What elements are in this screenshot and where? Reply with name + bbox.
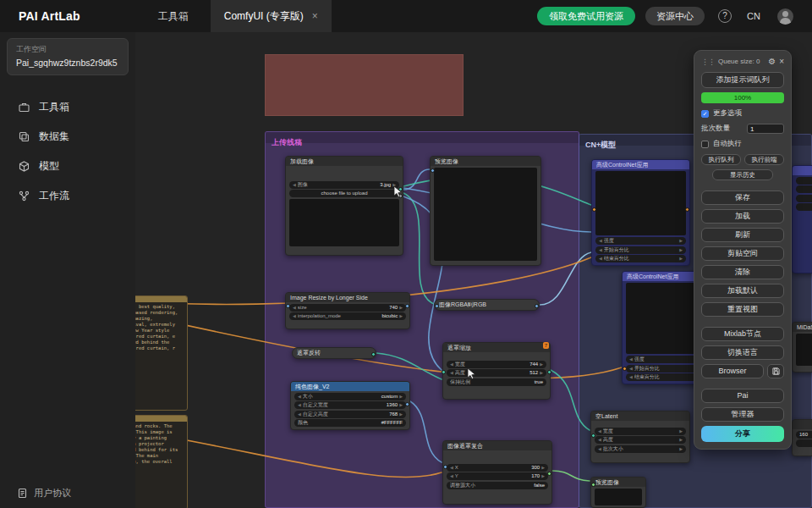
sidebar-item-workflow[interactable]: 工作流 [0, 181, 135, 211]
node-preview-image[interactable]: 预览图像 [430, 156, 541, 266]
node-socket[interactable] [535, 304, 539, 308]
node-mask-invert[interactable]: 遮罩反转 [292, 347, 376, 359]
floppy-icon [772, 367, 780, 375]
color-widget[interactable]: 颜色 #FFFFFF [294, 419, 406, 427]
size-widget[interactable]: ◀ size 740 ▶ [289, 304, 406, 312]
x-widget[interactable]: ◀ X 300 ▶ [447, 464, 548, 472]
node-socket[interactable] [405, 402, 409, 406]
prompt-text[interactable]: s, best quality, -based rendering, amazi… [135, 302, 187, 353]
sidebar-item-toolbox[interactable]: 工具箱 [0, 92, 135, 122]
node-socket[interactable] [435, 304, 439, 308]
drag-handle-icon[interactable]: ⋮⋮ [701, 58, 715, 66]
node-sliver-numeric[interactable]: 160 [792, 419, 812, 456]
sidebar-item-user-agreement[interactable]: 用户协议 [17, 487, 71, 500]
node-rgba-to-rgb[interactable]: 图像RGBA到RGB [434, 299, 540, 311]
node-image-composite[interactable]: 图像遮罩复合 ◀ X 300 ▶ ◀ Y 170 ▶ 调整源大小 false [442, 440, 552, 505]
load-button[interactable]: 加载 [701, 209, 784, 224]
reset-view-button[interactable]: 重置视图 [701, 302, 784, 317]
keep-ratio-toggle[interactable]: 保持比例 true [447, 378, 546, 386]
node-load-image[interactable]: 加载图像 ◀ 图像 3.jpg ▶ choose file to upload [285, 156, 403, 256]
widget-row[interactable] [796, 195, 812, 202]
height-widget[interactable]: ◀ 高度 512 ▶ [447, 369, 546, 377]
node-image-resize[interactable]: Image Resize by Longer Side ◀ size 740 ▶… [285, 292, 410, 329]
clipspace-button[interactable]: 剪贴空间 [701, 246, 784, 261]
node-solid-color[interactable]: 纯色图像_V2 ◀ 大小 custom ▶ ◀ 自定义宽度 1360 ▶ ◀ 自… [290, 381, 410, 430]
auto-queue-checkbox[interactable] [701, 141, 709, 148]
strength-widget[interactable]: ◀ 强度 ▶ [595, 237, 686, 245]
share-button[interactable]: 分享 [701, 426, 784, 442]
queue-front-alt-button[interactable]: 执行前端 [744, 154, 784, 165]
manager-button[interactable]: 管理器 [701, 407, 784, 422]
upload-button[interactable]: choose file to upload [289, 190, 399, 197]
custom-width-widget[interactable]: ◀ 自定义宽度 1360 ▶ [294, 401, 406, 409]
sidebar-item-model[interactable]: 模型 [0, 152, 135, 181]
mixlab-nodes-button[interactable]: Mixlab节点 [701, 327, 784, 341]
node-socket[interactable] [623, 367, 627, 371]
node-socket[interactable] [431, 168, 435, 173]
node-controlnet-apply-1[interactable]: 高级ControlNet应用 ◀ 强度 ▶ ◀ 开始百分比 ▶ ◀ 结束百分比 … [591, 159, 690, 266]
prompt-node-description[interactable]: ,and rocks. The . This image is ly a pai… [135, 415, 188, 508]
image-preview-block[interactable] [265, 54, 464, 116]
custom-height-widget[interactable]: ◀ 自定义高度 768 ▶ [294, 411, 406, 418]
node-socket[interactable] [547, 370, 551, 374]
view-history-button[interactable]: 显示历史 [712, 169, 774, 180]
resource-center-button[interactable]: 资源中心 [645, 7, 705, 25]
pai-button[interactable]: Pai [701, 389, 784, 403]
queue-prompt-button[interactable]: 添加提示词队列 [701, 72, 784, 88]
refresh-button[interactable]: 刷新 [701, 228, 784, 242]
start-percent-widget[interactable]: ◀ 开始百分比 ▶ [595, 246, 686, 254]
widget-row[interactable] [796, 177, 812, 185]
sidebar-item-dataset[interactable]: 数据集 [0, 122, 135, 152]
language-toggle[interactable]: CN [747, 11, 760, 21]
queue-front-button[interactable]: 执行队列 [701, 154, 741, 165]
node-socket[interactable] [286, 304, 290, 308]
width-widget[interactable]: ◀ 宽度 ▶ [595, 428, 686, 435]
node-socket[interactable] [443, 465, 447, 469]
close-icon[interactable]: × [312, 10, 318, 22]
node-socket[interactable] [685, 207, 689, 212]
save-button[interactable]: 保存 [701, 190, 784, 205]
batch-count-input[interactable] [747, 124, 784, 134]
node-sliver-midas[interactable]: MiDaS-De [792, 322, 812, 373]
node-socket[interactable] [591, 483, 595, 487]
clear-button[interactable]: 清除 [701, 265, 784, 279]
tab-toolbox[interactable]: 工具箱 [158, 9, 189, 24]
widget-row[interactable]: 160 [796, 431, 812, 439]
node-socket[interactable] [371, 352, 376, 356]
node-preview-image-2[interactable]: 预览图像 [590, 477, 646, 508]
node-socket[interactable] [442, 370, 446, 374]
claim-free-resources-button[interactable]: 领取免费试用资源 [537, 7, 635, 25]
height-widget[interactable]: ◀ 高度 ▶ [595, 436, 686, 444]
tab-comfyui[interactable]: ComfyUI (专享版) × [211, 0, 332, 32]
node-empty-latent[interactable]: 空Latent ◀ 宽度 ▶ ◀ 高度 ▶ ◀ 批次大小 ▶ [590, 411, 690, 463]
switch-language-button[interactable]: 切换语言 [701, 345, 784, 360]
node-socket[interactable] [547, 472, 551, 476]
extra-options-checkbox[interactable]: ✓ [701, 110, 709, 118]
widget-row[interactable] [796, 203, 812, 211]
save-workflow-button[interactable] [767, 364, 784, 378]
node-sliver[interactable] [792, 165, 812, 273]
widget-row[interactable] [796, 185, 812, 193]
batch-size-widget[interactable]: ◀ 批次大小 ▶ [595, 445, 686, 453]
gear-icon[interactable]: ⚙ [768, 57, 776, 66]
width-widget[interactable]: ◀ 宽度 744 ▶ [447, 361, 546, 368]
resize-source-toggle[interactable]: 调整源大小 false [447, 482, 548, 489]
node-mask-scale[interactable]: 7 遮罩缩放 ◀ 宽度 744 ▶ ◀ 高度 512 ▶ 保持比例 true [442, 342, 551, 400]
prompt-text[interactable]: ,and rocks. The . This image is ly a pai… [135, 422, 187, 467]
end-percent-widget[interactable]: ◀ 结束百分比 ▶ [595, 255, 686, 262]
prompt-node-positive[interactable]: s, best quality, -based rendering, amazi… [135, 295, 188, 411]
interpolation-widget[interactable]: ◀ interpolation_mode bicubic ▶ [289, 312, 406, 320]
node-socket[interactable] [405, 304, 409, 308]
node-socket[interactable] [592, 207, 596, 212]
help-icon[interactable]: ? [718, 9, 732, 23]
load-default-button[interactable]: 加载默认 [701, 284, 784, 298]
avatar[interactable] [777, 8, 793, 25]
browser-button[interactable]: Browser [701, 364, 764, 378]
y-widget[interactable]: ◀ Y 170 ▶ [447, 472, 548, 480]
widget-row[interactable] [796, 439, 812, 447]
close-icon[interactable]: × [779, 57, 784, 66]
size-mode-widget[interactable]: ◀ 大小 custom ▶ [294, 393, 406, 400]
node-socket[interactable] [591, 433, 595, 438]
image-select-widget[interactable]: ◀ 图像 3.jpg ▶ [289, 181, 399, 189]
workspace-selector[interactable]: 工作空间 Pai_sgqhwz9tznbs2r9dk5 [7, 38, 129, 75]
